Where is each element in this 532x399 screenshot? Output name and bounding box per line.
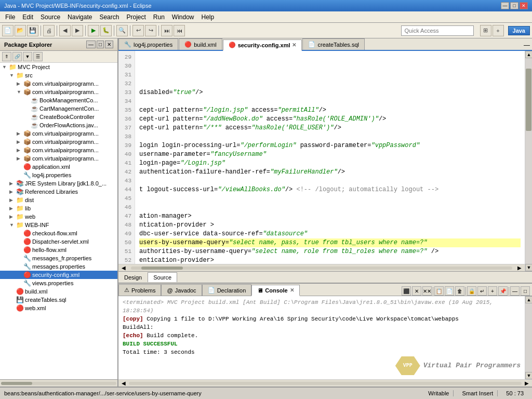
tree-item-security-configxml[interactable]: 🔴security-config.xml [0, 271, 117, 279]
tab-build[interactable]: 🔴 build.xml [179, 38, 222, 50]
tree-item-jre-system-library-jdk180[interactable]: ▶📚JRE System Library [jdk1.8.0_... [0, 179, 117, 188]
tree-item-orderflowactionsjav[interactable]: ☕OrderFlowActions.jav... [0, 121, 117, 129]
console-minimize[interactable]: — [510, 286, 520, 296]
code-line[interactable] [139, 97, 521, 106]
menu-source[interactable]: Source [37, 12, 63, 22]
source-tab[interactable]: Source [148, 272, 177, 282]
code-line[interactable]: login-page="/Login.jsp" [139, 159, 521, 168]
pe-view-menu[interactable]: ☰ [33, 52, 43, 61]
menu-navigate[interactable]: Navigate [64, 12, 95, 22]
code-lines[interactable]: disabled="true"/> cept-url pattern="/log… [135, 51, 525, 264]
tree-item-createbookcontroller[interactable]: ☕CreateBookController [0, 113, 117, 121]
toolbar-undo[interactable]: ↩ [132, 25, 144, 36]
tab-console[interactable]: 🖥 Console ✕ [251, 285, 299, 296]
console-terminate[interactable]: ⬛ [402, 286, 411, 296]
tab-problems[interactable]: ⚠ Problems [118, 284, 161, 296]
close-button[interactable]: ✕ [520, 2, 528, 9]
code-line[interactable]: dbc-user-service data-source-ref="dataso… [139, 230, 521, 238]
tree-item-referenced-libraries[interactable]: ▶📚Referenced Libraries [0, 188, 117, 196]
tree-item-comvirtualpairprogramn[interactable]: ▶📦com.virtualpairprogramn... [0, 138, 117, 146]
pe-maximize[interactable]: □ [97, 41, 104, 48]
bottom-vscroll-down[interactable]: ▼ [525, 372, 532, 379]
console-pin[interactable]: 📌 [498, 286, 508, 296]
tree-item-comvirtualpairprogramn[interactable]: ▶📦com.virtualpairprogramn... [0, 79, 117, 88]
tab-createtables[interactable]: 📄 createTables.sql [302, 38, 365, 50]
toolbar-open[interactable]: 📂 [15, 25, 26, 36]
code-line[interactable] [139, 132, 521, 141]
code-line[interactable]: authorities-by-username-query="select na… [139, 247, 521, 256]
menu-edit[interactable]: Edit [19, 12, 36, 22]
console-paste[interactable]: 📄 [445, 286, 454, 296]
tree-item-comvirtualpairprogramn[interactable]: ▶📦com.virtualpairprogramn... [0, 146, 117, 154]
tab-close-security[interactable]: ✕ [292, 42, 296, 48]
menu-window[interactable]: Window [169, 12, 197, 22]
toolbar-debug[interactable]: 🐛 [100, 25, 112, 36]
hscroll-right[interactable]: ▶ [514, 265, 525, 271]
menu-search[interactable]: Search [96, 12, 122, 22]
code-line[interactable]: cept-url pattern="/addNewBook.do" access… [139, 115, 521, 124]
code-line[interactable]: users-by-username-query="select name, pa… [139, 238, 521, 247]
quick-access-input[interactable] [401, 25, 474, 36]
editor-horizontal-scrollbar[interactable]: ◀ ▶ [118, 264, 525, 271]
tab-declaration[interactable]: 📄 Declaration [202, 284, 252, 296]
console-copy[interactable]: 📋 [434, 286, 444, 296]
toolbar-new[interactable]: 📄 [2, 25, 14, 36]
tree-item-cartmanagementcon[interactable]: ☕CartManagementCon... [0, 104, 117, 113]
console-remove[interactable]: ✕ [412, 286, 421, 296]
toolbar-search[interactable]: 🔍 [116, 25, 128, 36]
tree-item-lib[interactable]: ▶📁lib [0, 204, 117, 212]
tab-close-console[interactable]: ✕ [290, 287, 294, 293]
console-maximize[interactable]: □ [521, 286, 530, 296]
code-line[interactable]: cept-url pattern="/login.jsp" access="pe… [139, 106, 521, 115]
tree-item-log4jproperties[interactable]: 🔧log4j.properties [0, 171, 117, 179]
bottom-horizontal-scrollbar[interactable]: ◀ ▶ [118, 379, 532, 387]
tree-item-hello-flowxml[interactable]: 🔴hello-flow.xml [0, 246, 117, 254]
code-line[interactable]: cept-url pattern="/**" access="hasRole('… [139, 124, 521, 132]
code-line[interactable] [139, 71, 521, 79]
code-line[interactable] [139, 177, 521, 185]
tree-item-applicationxml[interactable]: 🔴application.xml [0, 163, 117, 171]
code-line[interactable]: disabled="true"/> [139, 88, 521, 97]
tree-item-web[interactable]: ▶📁web [0, 212, 117, 221]
hscroll-thumb[interactable] [141, 267, 183, 270]
tree-item-bookmanagementco[interactable]: ☕BookManagementCo... [0, 96, 117, 104]
toolbar-open-perspective[interactable]: + [493, 25, 504, 36]
tree-item-mvc-project[interactable]: ▼📁MVC Project [0, 63, 117, 71]
editor-minimize-button[interactable]: — [522, 41, 532, 50]
toolbar-redo[interactable]: ↪ [145, 25, 156, 36]
design-tab[interactable]: Design [118, 272, 148, 283]
tree-item-comvirtualpairprogramn[interactable]: ▼📦com.virtualpairprogramn... [0, 88, 117, 96]
menu-file[interactable]: File [2, 12, 18, 22]
code-line[interactable]: ntication-provider > [139, 221, 521, 230]
code-line[interactable]: ation-manager> [139, 212, 521, 221]
toolbar-next[interactable]: ⏭ [161, 25, 172, 36]
hscroll-track[interactable] [131, 267, 512, 270]
pe-menu[interactable]: ▼ [23, 52, 32, 61]
pe-minimize[interactable]: — [86, 41, 96, 48]
code-line[interactable]: t logout-success-url="/viewAllBooks.do"/… [139, 185, 521, 194]
code-line[interactable]: authentication-failure-handler-ref="myFa… [139, 168, 521, 177]
code-line[interactable]: login login-processing-url="/performLogi… [139, 141, 521, 150]
bottom-hscroll-track[interactable] [129, 382, 522, 385]
maximize-button[interactable]: □ [510, 2, 518, 9]
pe-link[interactable]: 🔗 [12, 52, 22, 61]
bottom-vscroll-track[interactable] [525, 303, 532, 372]
tree-item-web-inf[interactable]: ▼📁WEB-INF [0, 221, 117, 229]
editor-vertical-scrollbar[interactable]: ▲ ▼ [525, 51, 532, 271]
menu-help[interactable]: Help [198, 12, 218, 22]
code-line[interactable] [139, 53, 521, 62]
code-line[interactable] [139, 194, 521, 203]
tree-item-checkout-flowxml[interactable]: 🔴checkout-flow.xml [0, 229, 117, 237]
toolbar-perspectives[interactable]: ⊞ [480, 25, 491, 36]
pe-collapse[interactable]: ⇑ [2, 52, 11, 61]
toolbar-print[interactable]: 🖨 [43, 25, 55, 36]
tree-item-createtablessql[interactable]: 💾createTables.sql [0, 296, 117, 304]
tree-item-comvirtualpairprogramn[interactable]: ▶📦com.virtualpairprogramn... [0, 154, 117, 163]
console-remove-all[interactable]: ✕✕ [422, 286, 432, 296]
code-line[interactable] [139, 203, 521, 212]
tab-security[interactable]: 🔴 security-config.xml ✕ [223, 39, 302, 51]
console-word-wrap[interactable]: ↵ [477, 286, 487, 296]
toolbar-run[interactable]: ▶ [88, 25, 99, 36]
toolbar-prev[interactable]: ⏮ [174, 25, 185, 36]
tree-item-webxml[interactable]: 🔴web.xml [0, 304, 117, 312]
